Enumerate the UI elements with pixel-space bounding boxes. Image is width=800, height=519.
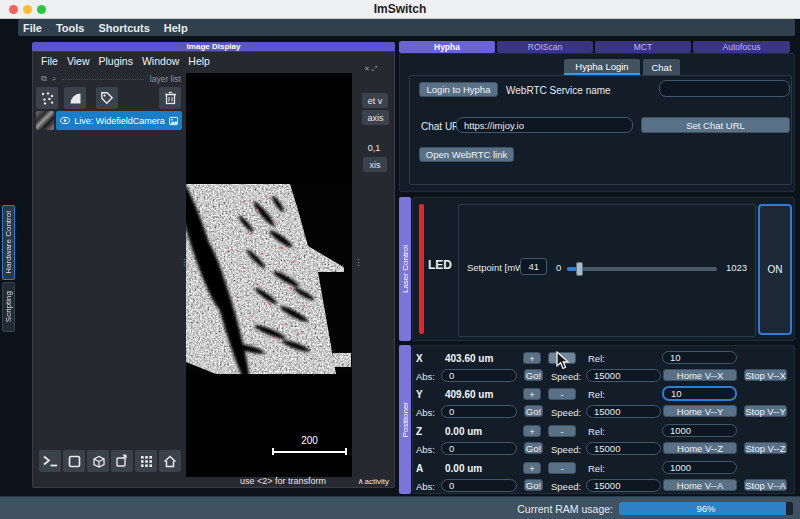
dims-close-icon[interactable]: ✕⤢ (364, 65, 379, 73)
new-labels-layer-button[interactable] (96, 87, 118, 109)
visibility-eye-icon[interactable] (60, 116, 70, 125)
layer-item-widefieldcamera[interactable]: Live: WidefieldCamera (56, 111, 182, 130)
activity-button[interactable]: ∧ activity (358, 477, 389, 486)
tab-autofocus[interactable]: Autofocus (693, 41, 790, 53)
scale-bar-tick (345, 448, 347, 455)
rel-input[interactable]: 1000 (662, 424, 737, 437)
napari-menu-file[interactable]: File (41, 55, 58, 67)
tab-chat[interactable]: Chat (643, 59, 680, 75)
new-points-layer-button[interactable] (36, 87, 58, 109)
abs-input[interactable]: 0 (441, 442, 517, 455)
home-button[interactable]: Home V--Y (663, 405, 737, 417)
clipped-control[interactable]: 0,1 (363, 141, 385, 155)
tab-hardware-control[interactable]: Hardware Control (2, 205, 15, 280)
menu-tools[interactable]: Tools (56, 22, 85, 34)
tissue-image (186, 184, 352, 374)
speed-input[interactable]: 15000 (586, 369, 661, 382)
tab-scripting[interactable]: Scripting (2, 282, 15, 332)
abs-value: 0 (449, 443, 454, 454)
layer-thumbnail[interactable] (36, 111, 54, 130)
laser-slider[interactable] (567, 267, 717, 271)
ndisplay-toggle-button[interactable] (63, 450, 85, 472)
divider (62, 79, 144, 80)
go-button[interactable]: Go! (524, 405, 543, 417)
step-minus-button[interactable]: - (548, 388, 576, 400)
step-plus-button[interactable]: + (523, 352, 541, 364)
image-canvas[interactable]: 200 (186, 73, 352, 477)
abs-input[interactable]: 0 (441, 479, 517, 492)
step-plus-button[interactable]: + (523, 425, 541, 437)
tab-hardware-control-label: Hardware Control (4, 211, 13, 274)
roll-dimensions-button[interactable] (87, 450, 109, 472)
speed-input[interactable]: 15000 (586, 405, 661, 418)
stop-button[interactable]: Stop V--Z (744, 442, 787, 454)
set-chat-url-button[interactable]: Set Chat URL (641, 117, 790, 133)
laser-slider-handle[interactable] (576, 262, 583, 276)
step-minus-button[interactable]: - (548, 462, 576, 474)
menu-file[interactable]: File (23, 22, 42, 34)
axis-name: Y (416, 389, 423, 400)
napari-menu-help[interactable]: Help (188, 55, 210, 67)
step-plus-button[interactable]: + (523, 462, 541, 474)
rel-input[interactable]: 10 (662, 351, 737, 364)
home-button[interactable]: Home V--Z (663, 442, 737, 454)
transpose-dimensions-button[interactable] (111, 450, 133, 472)
stop-button[interactable]: Stop V--A (744, 479, 787, 491)
trash-icon (164, 91, 177, 105)
speed-input[interactable]: 15000 (586, 479, 661, 492)
home-label: Home V--Z (677, 443, 723, 454)
axis-row-a: A 0.00 um + - Rel: 1000 Abs: 0 Go! Speed… (399, 462, 795, 494)
go-button[interactable]: Go! (524, 369, 543, 381)
laser-on-button[interactable]: ON (758, 204, 792, 335)
step-plus-button[interactable]: + (523, 388, 541, 400)
tab-mct[interactable]: MCT (595, 41, 691, 53)
napari-menu-window[interactable]: Window (142, 55, 179, 67)
tab-hypha[interactable]: Hypha (399, 41, 495, 53)
go-button[interactable]: Go! (524, 479, 543, 491)
laser-control-tab[interactable]: Laser Control (399, 197, 411, 341)
clipped-control[interactable]: axis (362, 110, 389, 125)
tab-hypha-login[interactable]: Hypha Login (564, 59, 640, 75)
image-display-header[interactable]: Image Display (32, 42, 395, 51)
grid-view-button[interactable] (135, 450, 157, 472)
menu-help[interactable]: Help (164, 22, 188, 34)
speed-input[interactable]: 15000 (586, 442, 661, 455)
setpoint-input[interactable]: 41 (520, 258, 547, 275)
splitter-handle[interactable]: ⋮ (354, 260, 363, 264)
scale-bar-tick (272, 448, 274, 455)
clipped-control[interactable]: xis (363, 157, 387, 172)
menu-shortcuts[interactable]: Shortcuts (98, 22, 149, 34)
splitter-handle[interactable]: ⋮ (180, 260, 189, 264)
delete-layer-button[interactable] (159, 87, 181, 109)
search-icon[interactable]: ⌕ (52, 74, 56, 84)
napari-menu-view[interactable]: View (67, 55, 90, 67)
console-button[interactable] (39, 450, 61, 472)
stop-button[interactable]: Stop V--Y (744, 405, 787, 417)
home-reset-view-button[interactable] (159, 450, 181, 472)
home-label: Home V--X (677, 370, 723, 381)
tab-roiscan[interactable]: ROIScan (497, 41, 593, 53)
go-button[interactable]: Go! (524, 442, 543, 454)
set-chat-url-label: Set Chat URL (686, 120, 745, 131)
webrtc-service-input[interactable] (659, 80, 790, 97)
rel-input[interactable]: 10 (662, 386, 737, 401)
stop-button[interactable]: Stop V--X (744, 369, 787, 381)
new-shapes-layer-button[interactable] (64, 87, 86, 109)
open-webrtc-link-button[interactable]: Open WebRTC link (419, 147, 514, 162)
rel-input[interactable]: 1000 (662, 461, 737, 474)
home-button[interactable]: Home V--X (663, 369, 737, 381)
clipped-control[interactable]: et v (362, 93, 388, 108)
abs-input[interactable]: 0 (441, 405, 517, 418)
home-label: Home V--A (677, 480, 723, 491)
layer-list-header: ⧉ ⌕ layer list (41, 74, 181, 84)
popout-icon[interactable]: ⧉ (41, 74, 47, 84)
chat-url-input[interactable]: https://imjoy.io (456, 117, 633, 133)
step-minus-button[interactable]: - (548, 425, 576, 437)
window-title: ImSwitch (0, 2, 800, 16)
abs-input[interactable]: 0 (441, 369, 517, 382)
layer-name: Live: WidefieldCamera (74, 116, 165, 126)
home-button[interactable]: Home V--A (663, 479, 737, 491)
login-to-hypha-button[interactable]: Login to Hypha (419, 82, 498, 97)
napari-viewer: File View Plugins Window Help ⧉ ⌕ layer … (32, 51, 395, 488)
napari-menu-plugins[interactable]: Plugins (99, 55, 133, 67)
